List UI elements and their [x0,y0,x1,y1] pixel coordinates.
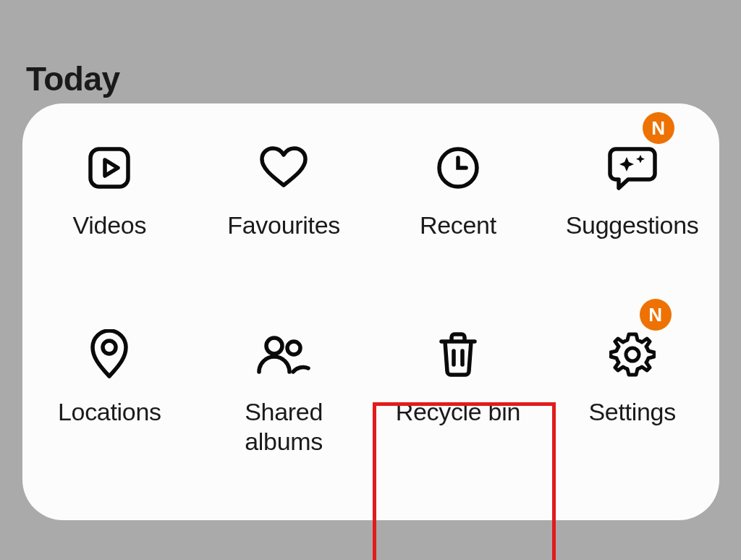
video-icon [87,125,132,211]
menu-item-label: Shared albums [245,397,323,457]
svg-point-2 [103,341,116,354]
svg-point-4 [287,341,300,355]
sparkle-chat-icon: N [606,125,659,211]
menu-item-label: Videos [73,211,147,240]
heart-icon [259,125,308,211]
menu-card: Videos Favourites Recent [22,103,719,520]
menu-item-recycle-bin[interactable]: Recycle bin [371,312,546,480]
menu-item-suggestions[interactable]: N Suggestions [545,125,719,293]
menu-item-label: Recent [420,211,496,240]
svg-point-5 [626,348,639,361]
menu-item-label: Suggestions [566,211,699,240]
people-icon [255,312,312,397]
menu-item-recent[interactable]: Recent [371,125,546,293]
menu-item-label: Settings [588,397,675,427]
location-pin-icon [89,312,130,397]
svg-point-3 [266,338,282,354]
new-badge: N [640,299,672,331]
menu-item-label: Favourites [227,211,340,240]
menu-item-videos[interactable]: Videos [22,125,197,293]
menu-grid: Videos Favourites Recent [22,125,719,480]
menu-item-label: Locations [58,397,161,427]
menu-item-shared-albums[interactable]: Shared albums [197,312,371,480]
menu-item-label: Recycle bin [396,397,520,427]
trash-icon [437,312,479,397]
menu-item-settings[interactable]: N Settings [545,312,719,480]
gear-icon: N [609,312,656,397]
new-badge: N [643,112,674,144]
menu-item-locations[interactable]: Locations [22,312,197,480]
svg-rect-0 [90,149,128,187]
clock-icon [436,125,480,211]
menu-item-favourites[interactable]: Favourites [197,125,371,293]
page-title: Today [26,59,120,98]
